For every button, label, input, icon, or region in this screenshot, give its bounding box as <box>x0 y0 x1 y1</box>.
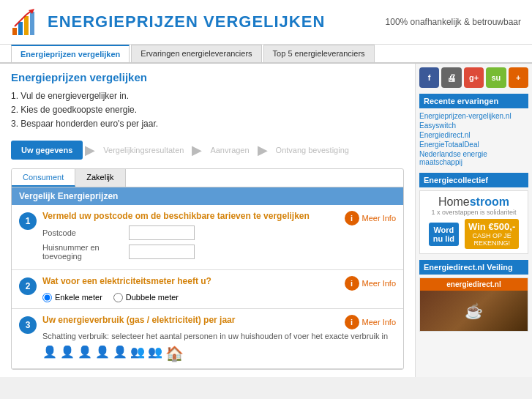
radio-enkele-input[interactable] <box>42 293 52 302</box>
steps-list: 1. Vul de energievergelijker in. 2. Kies… <box>11 89 404 132</box>
field-row-huisnummer: Huisnummer en toevoeging <box>42 243 396 261</box>
step-1: 1. Vul de energievergelijker in. <box>11 89 404 103</box>
huisnummer-input[interactable] <box>129 245 195 259</box>
collectief-title: Energiecollectief <box>419 173 528 187</box>
sidebar: f 🖨 g+ su + Recente ervaringen Energiepr… <box>415 64 532 377</box>
person-7[interactable]: 👥 <box>148 345 162 362</box>
house-icon[interactable]: 🏠 <box>165 345 184 362</box>
tagline: 100% onafhankelijk & betrouwbaar <box>386 17 521 27</box>
print-btn[interactable]: 🖨 <box>441 67 461 88</box>
svg-rect-2 <box>24 16 29 35</box>
recent-link-2[interactable]: Energiedirect.nl <box>419 130 528 140</box>
nav-tab-1[interactable]: Ervaringen energieleveranciers <box>131 45 261 62</box>
section-title-row-2: Wat voor een elektriciteitsmeter heeft u… <box>42 276 396 291</box>
recent-section: Recente ervaringen Energieprijzen-vergel… <box>419 94 528 167</box>
site-title: ENERGIEPRIJZEN VERGELIJKEN <box>48 12 325 31</box>
svg-rect-1 <box>18 22 23 35</box>
coffee-image: ☕ <box>420 291 528 331</box>
step-label-2: Vergelijkingsresultaten <box>97 141 190 160</box>
radio-enkele[interactable]: Enkele meter <box>42 293 102 302</box>
meer-info-label-2: Meer Info <box>362 279 396 288</box>
meer-info-2[interactable]: i Meer Info <box>345 276 396 291</box>
logo-area: ENERGIEPRIJZEN VERGELIJKEN <box>11 7 325 37</box>
form-section-1: 1 Vermeld uw postcode om de beschikbare … <box>12 205 403 270</box>
content-area: Energieprijzen vergelijken 1. Vul de ene… <box>0 64 415 377</box>
section-title-row-3: Uw energieverbruik (gas / elektriciteit)… <box>42 315 396 329</box>
hs-sub: 1 x overstappen is solidariteit <box>424 209 523 216</box>
nav-tab-2[interactable]: Top 5 energieleveranciers <box>263 45 375 62</box>
person-3[interactable]: 👤 <box>78 345 92 362</box>
step-btn-1[interactable]: Uw gegevens <box>11 141 83 160</box>
section-content-1: Vermeld uw postcode om de beschikbare ta… <box>42 211 396 264</box>
meer-info-icon-3: i <box>345 315 359 329</box>
cash-box: Win €500,- CASH OP JE REKENING! <box>465 219 519 249</box>
energiedirect-logo: energiedirect.nl <box>420 278 528 291</box>
meer-info-3[interactable]: i Meer Info <box>345 315 396 329</box>
facebook-btn[interactable]: f <box>419 67 439 88</box>
section-title-row-1: Vermeld uw postcode om de beschikbare ta… <box>42 211 396 225</box>
person-2[interactable]: 👤 <box>60 345 75 362</box>
meer-info-icon-1: i <box>345 211 359 225</box>
section-number-3: 3 <box>19 316 37 334</box>
section-title-3: Uw energieverbruik (gas / elektriciteit)… <box>42 315 235 325</box>
energiedirect-box: energiedirect.nl ☕ <box>419 277 528 332</box>
form-section-3: 3 Uw energieverbruik (gas / elektricitei… <box>12 309 403 369</box>
section-content-2: Wat voor een elektriciteitsmeter heeft u… <box>42 276 396 302</box>
veiling-title: Energiedirect.nl Veiling <box>419 260 528 275</box>
arrow-2: ▶ <box>192 142 202 158</box>
section-title-2: Wat voor een elektriciteitsmeter heeft u… <box>42 276 211 286</box>
step-3: 3. Bespaar honderden euro's per jaar. <box>11 117 404 131</box>
huisnummer-label: Huisnummer en toevoeging <box>42 243 123 261</box>
stroom-text: stroom <box>470 195 509 208</box>
step-2: 2. Kies de goedkoopste energie. <box>11 103 404 117</box>
recent-title: Recente ervaringen <box>419 94 528 108</box>
nav-tabs: Energieprijzen vergelijken Ervaringen en… <box>0 45 532 64</box>
form-section-2: 2 Wat voor een elektriciteitsmeter heeft… <box>12 270 403 309</box>
social-icons: f 🖨 g+ su + <box>419 67 528 88</box>
word-nu-btn[interactable]: Wordnu lid <box>429 223 459 246</box>
arrow-3: ▶ <box>258 142 268 158</box>
veiling-section: Energiedirect.nl Veiling energiedirect.n… <box>419 260 528 332</box>
homestroom-title: Homestroom <box>424 195 523 209</box>
recent-link-1[interactable]: Easyswitch <box>419 121 528 130</box>
meer-info-1[interactable]: i Meer Info <box>345 211 396 225</box>
svg-rect-3 <box>30 12 34 35</box>
meer-info-label-3: Meer Info <box>362 318 396 327</box>
recent-link-4[interactable]: Nederlandse energie maatschappij <box>419 149 528 167</box>
rss-btn[interactable]: + <box>509 67 528 88</box>
radio-enkele-label: Enkele meter <box>55 293 102 302</box>
section-number-2: 2 <box>19 277 37 295</box>
step-label-4: Ontvang bevestiging <box>270 141 355 160</box>
person-icons: 👤 👤 👤 👤 👤 👥 👥 🏠 <box>42 345 396 362</box>
recent-link-3[interactable]: EnergieTotaalDeal <box>419 140 528 149</box>
person-6[interactable]: 👥 <box>130 345 145 362</box>
person-1[interactable]: 👤 <box>42 345 57 362</box>
section-desc-3: Schatting verbruik: selecteer het aantal… <box>42 332 396 340</box>
field-row-postcode: Postcode <box>42 225 396 240</box>
tab-consumer[interactable]: Consument <box>12 169 75 187</box>
nav-tab-0[interactable]: Energieprijzen vergelijken <box>11 45 130 62</box>
tab-business[interactable]: Zakelijk <box>75 169 125 187</box>
section-title-1: Vermeld uw postcode om de beschikbare ta… <box>42 211 310 221</box>
progress-steps: Uw gegevens ▶ Vergelijkingsresultaten ▶ … <box>11 141 404 160</box>
su-btn[interactable]: su <box>486 67 506 88</box>
radio-dubbele[interactable]: Dubbele meter <box>113 293 179 302</box>
meer-info-label-1: Meer Info <box>362 214 396 223</box>
form-container: Consument Zakelijk Vergelijk Energieprij… <box>11 168 404 370</box>
radio-dubbele-input[interactable] <box>113 293 123 302</box>
postcode-input[interactable] <box>129 225 195 240</box>
postcode-label: Postcode <box>42 228 123 237</box>
header: ENERGIEPRIJZEN VERGELIJKEN 100% onafhank… <box>0 0 532 45</box>
person-5[interactable]: 👤 <box>113 345 127 362</box>
radio-dubbele-label: Dubbele meter <box>126 293 179 302</box>
homestroom-box: Homestroom 1 x overstappen is solidarite… <box>419 190 528 254</box>
gplus-btn[interactable]: g+ <box>464 67 484 88</box>
person-4[interactable]: 👤 <box>95 345 110 362</box>
form-header: Vergelijk Energieprijzen <box>12 187 403 205</box>
collectief-section: Energiecollectief Homestroom 1 x oversta… <box>419 173 528 254</box>
svg-rect-0 <box>12 28 17 35</box>
recent-link-0[interactable]: Energieprijzen-vergelijken.nl <box>419 111 528 121</box>
main-container: Energieprijzen vergelijken 1. Vul de ene… <box>0 64 532 377</box>
page-title: Energieprijzen vergelijken <box>11 71 404 83</box>
meer-info-icon-2: i <box>345 276 359 291</box>
